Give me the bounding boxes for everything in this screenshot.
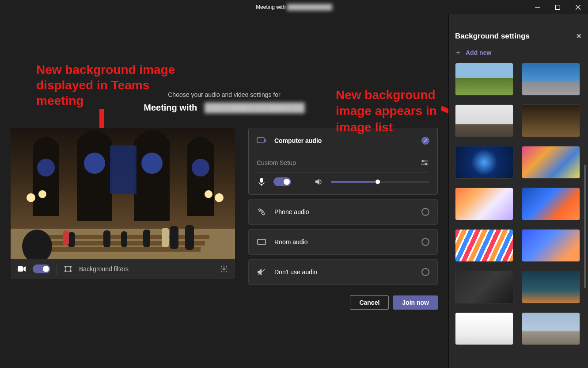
preview-controls: Background filters xyxy=(11,259,235,279)
titlebar-title-blurred: ████████████ xyxy=(287,4,332,10)
svg-point-13 xyxy=(27,193,35,202)
svg-rect-12 xyxy=(110,146,137,194)
room-audio-label: Room audio xyxy=(274,238,308,245)
bg-thumb-blue-wave[interactable] xyxy=(522,229,580,262)
background-thumb-grid xyxy=(455,63,582,346)
background-settings-panel: Background settings ✕ ＋ Add new xyxy=(448,14,588,368)
svg-point-39 xyxy=(422,160,424,162)
bg-thumb-teal-room[interactable] xyxy=(522,271,580,303)
camera-toggle[interactable] xyxy=(33,264,50,273)
computer-audio-label: Computer audio xyxy=(274,137,322,144)
svg-rect-25 xyxy=(143,230,150,247)
gear-icon[interactable] xyxy=(219,265,229,273)
filters-icon xyxy=(63,265,73,272)
svg-point-16 xyxy=(215,193,224,202)
room-icon xyxy=(257,239,266,245)
bg-thumb-abstract-blue-orb[interactable] xyxy=(455,146,513,179)
scrollbar[interactable] xyxy=(584,165,586,288)
add-new-button[interactable]: ＋ Add new xyxy=(455,49,582,57)
bg-thumb-white-studio[interactable] xyxy=(455,312,513,345)
svg-point-11 xyxy=(192,159,209,176)
svg-rect-26 xyxy=(170,226,178,249)
background-filters-label[interactable]: Background filters xyxy=(79,265,129,272)
close-icon[interactable]: ✕ xyxy=(576,32,582,40)
annotation-1: New background image displayed in Teams … xyxy=(36,62,182,108)
bg-thumb-monument-plaza[interactable] xyxy=(522,312,580,345)
no-audio-label: Don't use audio xyxy=(274,268,317,276)
heading-title-blurred: ████████████████ xyxy=(205,103,305,112)
plus-icon: ＋ xyxy=(455,49,461,57)
settings-sliders-icon[interactable] xyxy=(420,160,429,166)
bg-thumb-dark-cubes[interactable] xyxy=(455,271,513,303)
svg-point-10 xyxy=(141,153,163,174)
svg-point-15 xyxy=(205,190,212,198)
svg-point-35 xyxy=(70,271,72,272)
titlebar: Meeting with ████████████ xyxy=(0,0,588,14)
svg-rect-1 xyxy=(555,5,560,9)
bg-thumb-landscape-trees[interactable] xyxy=(455,63,513,96)
bg-thumb-kandinsky-abstract[interactable] xyxy=(522,146,580,179)
camera-icon xyxy=(17,266,27,272)
mic-icon xyxy=(257,178,266,186)
minimize-button[interactable] xyxy=(527,0,547,14)
svg-point-9 xyxy=(84,153,105,174)
svg-rect-30 xyxy=(18,266,23,272)
svg-rect-28 xyxy=(63,230,69,245)
cancel-button[interactable]: Cancel xyxy=(350,295,389,310)
audio-option-phone[interactable]: Phone audio xyxy=(248,199,438,225)
audio-option-computer[interactable]: Computer audio Custom Setup xyxy=(248,128,438,195)
titlebar-title: Meeting with xyxy=(256,4,285,10)
svg-point-14 xyxy=(38,190,46,198)
phone-audio-label: Phone audio xyxy=(274,208,309,215)
maximize-button[interactable] xyxy=(547,0,568,14)
no-audio-radio[interactable] xyxy=(421,268,429,276)
join-button[interactable]: Join now xyxy=(393,295,438,310)
room-audio-radio[interactable] xyxy=(421,238,429,246)
svg-point-32 xyxy=(65,266,66,268)
close-button[interactable] xyxy=(568,0,588,14)
volume-slider[interactable] xyxy=(331,181,429,183)
bg-thumb-color-swatches[interactable] xyxy=(455,229,513,262)
bg-thumb-digital-stripes[interactable] xyxy=(522,188,580,220)
computer-audio-icon xyxy=(257,137,266,145)
speaker-icon xyxy=(314,179,324,185)
annotation-2: New background image appears in image li… xyxy=(336,87,446,135)
svg-rect-42 xyxy=(260,178,263,183)
custom-setup-label: Custom Setup xyxy=(257,159,296,166)
bg-thumb-cathedral-interior[interactable] xyxy=(522,104,580,137)
svg-rect-23 xyxy=(103,230,110,247)
svg-rect-31 xyxy=(66,267,70,271)
svg-rect-27 xyxy=(185,225,194,250)
svg-point-8 xyxy=(37,159,55,176)
svg-point-34 xyxy=(65,271,66,272)
phone-icon xyxy=(257,208,266,216)
phone-audio-radio[interactable] xyxy=(421,208,429,216)
svg-rect-22 xyxy=(68,232,75,247)
svg-point-41 xyxy=(425,163,427,165)
svg-rect-37 xyxy=(257,138,264,143)
svg-rect-29 xyxy=(162,228,169,247)
bg-thumb-ribbon-swirl-light[interactable] xyxy=(455,188,513,220)
add-new-label: Add new xyxy=(466,49,491,56)
main-area: New background image displayed in Teams … xyxy=(0,14,448,368)
app-body: New background image displayed in Teams … xyxy=(0,14,588,368)
sidebar-title: Background settings xyxy=(455,32,530,41)
video-preview xyxy=(11,128,235,259)
svg-point-33 xyxy=(70,266,72,268)
svg-rect-24 xyxy=(121,231,127,247)
bg-thumb-airplane-tarmac[interactable] xyxy=(522,63,580,96)
audio-option-room[interactable]: Room audio xyxy=(248,229,438,255)
svg-rect-44 xyxy=(258,239,266,245)
svg-point-36 xyxy=(223,268,225,270)
mic-toggle[interactable] xyxy=(273,177,291,186)
audio-option-none[interactable]: Don't use audio xyxy=(248,259,438,285)
computer-audio-radio[interactable] xyxy=(421,137,429,145)
bg-thumb-parliament-building[interactable] xyxy=(455,104,513,137)
mute-icon xyxy=(257,268,266,276)
